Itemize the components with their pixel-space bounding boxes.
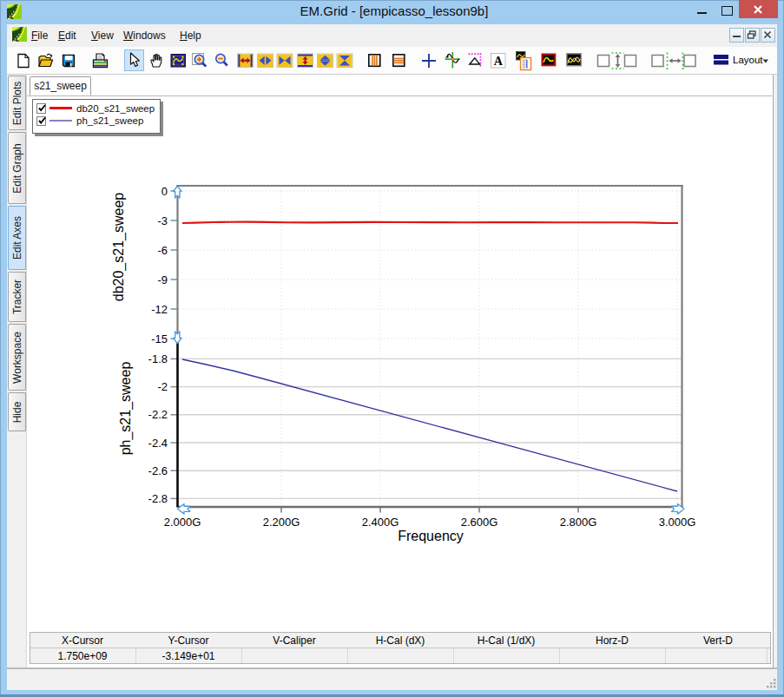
svg-text:-12: -12	[151, 303, 168, 316]
svg-text:-9: -9	[157, 273, 168, 286]
svg-text:Frequency: Frequency	[398, 529, 464, 543]
svg-text:-3: -3	[157, 214, 168, 227]
svg-text:-2.4: -2.4	[148, 437, 168, 450]
svg-text:0: 0	[161, 185, 168, 198]
svg-text:3.000G: 3.000G	[659, 516, 696, 529]
svg-text:2.800G: 2.800G	[560, 516, 597, 529]
svg-text:-2.2: -2.2	[148, 408, 168, 421]
svg-text:2.200G: 2.200G	[263, 516, 300, 529]
svg-text:db20_s21_sweep: db20_s21_sweep	[111, 193, 127, 302]
svg-text:2.600G: 2.600G	[461, 516, 498, 529]
svg-text:ph_s21_sweep: ph_s21_sweep	[118, 362, 134, 456]
svg-text:-2: -2	[157, 380, 168, 393]
svg-text:2.000G: 2.000G	[164, 516, 201, 529]
svg-text:-6: -6	[157, 244, 168, 257]
svg-text:2.400G: 2.400G	[362, 516, 399, 529]
svg-text:-2.6: -2.6	[148, 464, 168, 477]
svg-text:-1.8: -1.8	[148, 352, 168, 365]
svg-text:-15: -15	[151, 332, 168, 345]
svg-text:-2.8: -2.8	[148, 492, 168, 505]
